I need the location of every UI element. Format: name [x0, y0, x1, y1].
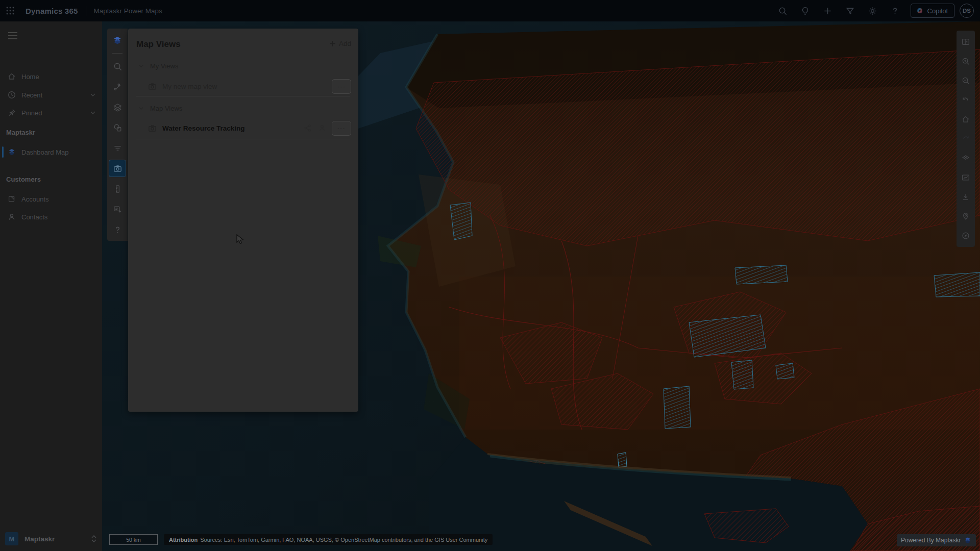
basemap-layers-icon[interactable]: [958, 148, 974, 168]
map-scale-bar: 50 km: [109, 534, 158, 545]
chevron-down-icon: [138, 106, 144, 111]
brand-title[interactable]: Dynamics 365: [26, 7, 78, 15]
sidebar-item-label: Home: [21, 73, 39, 81]
hamburger-menu-icon[interactable]: [5, 29, 20, 43]
filter-list-icon[interactable]: [109, 139, 126, 157]
site-map-sidebar: Home Recent Pinned Maptaskr Dashboard Ma…: [0, 21, 102, 551]
app-window: Dynamics 365 Maptaskr Power Maps: [0, 0, 980, 551]
section-map-views[interactable]: Map Views: [128, 102, 358, 115]
environment-name: Maptaskr: [24, 535, 55, 543]
person-share-icon[interactable]: [317, 123, 327, 133]
row-actions: ···: [332, 79, 358, 94]
panel-title: Map Views: [136, 39, 181, 49]
location-pin-icon[interactable]: [958, 207, 974, 226]
sidebar-group-customers: Customers: [0, 171, 102, 187]
chevron-down-icon[interactable]: [90, 92, 96, 98]
section-label: Map Views: [150, 105, 182, 112]
environment-logo: M: [5, 532, 18, 545]
scale-label: 50 km: [126, 537, 141, 543]
copilot-icon: [916, 7, 924, 15]
mouse-cursor: [236, 234, 245, 245]
toolbar-help-icon[interactable]: [109, 221, 126, 238]
help-icon[interactable]: [884, 0, 906, 21]
home-extent-icon[interactable]: [958, 110, 974, 129]
sidebar-item-contacts[interactable]: Contacts: [0, 208, 102, 226]
app-title[interactable]: Maptaskr Power Maps: [93, 7, 162, 15]
sidebar-item-label: Dashboard Map: [21, 148, 69, 156]
elevation-chart-icon[interactable]: [958, 168, 974, 187]
sidebar-group-maptaskr: Maptaskr: [0, 124, 102, 140]
toolbar-separator: [112, 53, 122, 54]
share-icon[interactable]: [303, 123, 312, 133]
download-icon[interactable]: [958, 187, 974, 207]
more-options-button[interactable]: ···: [332, 79, 351, 94]
selected-indicator: [2, 146, 4, 158]
filter-icon[interactable]: [839, 0, 862, 21]
waffle-menu-icon[interactable]: [0, 0, 20, 21]
copilot-button[interactable]: Copilot: [911, 4, 954, 18]
redo-icon[interactable]: [958, 129, 974, 148]
add-icon[interactable]: [817, 0, 839, 21]
pushpin-icon: [7, 108, 16, 117]
compass-icon[interactable]: [958, 226, 974, 245]
panel-divider: [136, 96, 350, 96]
maptaskr-logo-icon: [964, 536, 972, 544]
section-label: My Views: [150, 62, 178, 70]
map-navigation-toolbar: [957, 31, 975, 247]
more-options-button[interactable]: ···: [332, 121, 351, 136]
add-view-button[interactable]: Add: [329, 40, 351, 47]
top-navigation-bar: Dynamics 365 Maptaskr Power Maps: [0, 0, 980, 21]
avatar-initials: DS: [963, 8, 971, 14]
sidebar-item-accounts[interactable]: Accounts: [0, 190, 102, 208]
collapse-panel-icon[interactable]: [958, 32, 974, 52]
undo-icon[interactable]: [958, 90, 974, 110]
export-notes-icon[interactable]: [109, 201, 126, 218]
search-icon[interactable]: [772, 0, 794, 21]
sidebar-item-pinned[interactable]: Pinned: [0, 104, 102, 122]
panel-divider: [136, 139, 350, 139]
settings-gear-icon[interactable]: [862, 0, 884, 21]
topbar-divider: [86, 6, 86, 16]
clock-icon: [7, 90, 16, 99]
view-name: My new map view: [162, 83, 217, 90]
zoom-in-icon[interactable]: [958, 52, 974, 71]
topbar-actions: Copilot DS: [772, 0, 980, 21]
sidebar-item-recent[interactable]: Recent: [0, 86, 102, 104]
draw-shapes-icon[interactable]: [109, 119, 126, 136]
section-my-views[interactable]: My Views: [128, 59, 358, 72]
attribution-text: Sources: Esri, TomTom, Garmin, FAO, NOAA…: [200, 537, 487, 543]
sidebar-item-label: Pinned: [21, 109, 42, 117]
plus-icon: [329, 40, 336, 47]
route-icon[interactable]: [109, 78, 126, 95]
sidebar-item-label: Recent: [21, 91, 42, 99]
sidebar-item-label: Accounts: [21, 195, 48, 203]
layers-icon[interactable]: [109, 98, 126, 116]
view-row-my-new-map-view[interactable]: My new map view ···: [128, 77, 358, 96]
row-actions: ···: [303, 121, 358, 136]
environment-switcher[interactable]: M Maptaskr: [0, 527, 102, 551]
chevron-down-icon[interactable]: [90, 110, 96, 116]
map-views-panel: Map Views Add My Views My new map view ·…: [128, 29, 358, 412]
map-attribution: Attribution Sources: Esri, TomTom, Garmi…: [164, 534, 493, 545]
switcher-chevrons-icon: [91, 535, 97, 543]
user-avatar[interactable]: DS: [960, 4, 974, 18]
sidebar-item-home[interactable]: Home: [0, 67, 102, 86]
camera-icon: [148, 123, 157, 133]
map-search-icon[interactable]: [109, 58, 126, 75]
view-row-water-resource-tracking[interactable]: Water Resource Tracking ···: [128, 118, 358, 138]
ruler-icon[interactable]: [109, 180, 126, 197]
sidebar-item-dashboard-map[interactable]: Dashboard Map: [0, 143, 102, 161]
map-views-camera-icon[interactable]: [109, 160, 126, 177]
add-label: Add: [339, 40, 351, 47]
accounts-book-icon: [7, 194, 16, 204]
chevron-down-icon: [138, 63, 144, 69]
maptaskr-layers-icon: [7, 147, 16, 157]
person-icon: [7, 212, 16, 221]
home-icon: [7, 72, 16, 81]
lightbulb-icon[interactable]: [794, 0, 817, 21]
powered-by-badge: Powered By Maptaskr: [897, 534, 976, 546]
map-tools-toolbar: [107, 29, 128, 241]
powered-by-label: Powered By Maptaskr: [901, 537, 961, 544]
maptaskr-logo-icon[interactable]: [109, 32, 126, 49]
zoom-out-icon[interactable]: [958, 71, 974, 90]
